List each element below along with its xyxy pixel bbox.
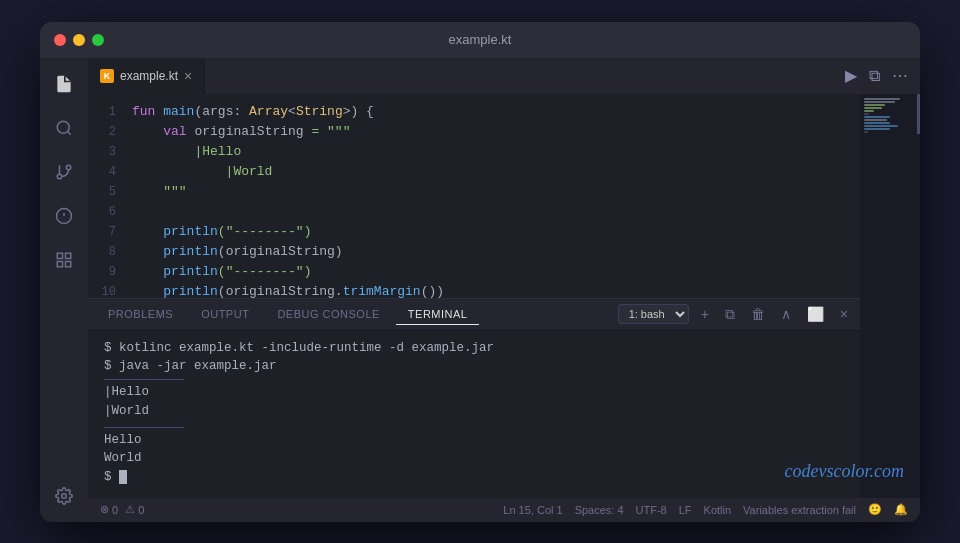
- terminal-line: $ java -jar example.jar: [104, 357, 844, 376]
- settings-icon[interactable]: [46, 478, 82, 514]
- smiley-icon: 🙂: [868, 503, 882, 516]
- line-content: fun main(args: Array<String>) {: [132, 102, 374, 122]
- svg-rect-8: [57, 253, 62, 258]
- traffic-lights: [54, 34, 104, 46]
- watermark: codevscolor.com: [785, 461, 904, 482]
- maximize-button[interactable]: [92, 34, 104, 46]
- tab-bar: K example.kt × ▶ ⧉ ⋯: [88, 58, 920, 94]
- window-title: example.kt: [449, 32, 512, 47]
- error-count[interactable]: ⊗ 0 ⚠ 0: [100, 503, 144, 516]
- close-button[interactable]: [54, 34, 66, 46]
- error-icon: ⊗: [100, 503, 109, 516]
- svg-line-1: [67, 131, 70, 134]
- tab-close-button[interactable]: ×: [184, 69, 192, 83]
- code-line: 1fun main(args: Array<String>) {: [88, 102, 860, 122]
- encoding[interactable]: UTF-8: [636, 504, 667, 516]
- panel-tab-bar: PROBLEMS OUTPUT DEBUG CONSOLE TERMINAL 1…: [88, 299, 860, 331]
- terminal-line: World: [104, 449, 844, 468]
- indentation[interactable]: Spaces: 4: [575, 504, 624, 516]
- line-number: 4: [88, 162, 132, 182]
- svg-rect-11: [57, 261, 62, 266]
- line-number: 3: [88, 142, 132, 162]
- terminal-line: |Hello: [104, 383, 844, 402]
- line-content: |Hello: [132, 142, 241, 162]
- kotlin-file-icon: K: [100, 69, 114, 83]
- split-terminal-button[interactable]: ⧉: [721, 304, 739, 325]
- svg-point-12: [62, 493, 67, 498]
- activity-bar: [40, 58, 88, 522]
- minimap-scrollbar[interactable]: [917, 94, 920, 134]
- code-line: 6: [88, 202, 860, 222]
- split-editor-button[interactable]: ⧉: [869, 67, 880, 85]
- status-message: Variables extraction fail: [743, 504, 856, 516]
- line-number: 6: [88, 202, 132, 222]
- tab-label: example.kt: [120, 69, 178, 83]
- close-panel-button[interactable]: ×: [836, 304, 852, 324]
- code-line: 9 println("--------"): [88, 262, 860, 282]
- line-content: println("--------"): [132, 262, 311, 282]
- status-left: ⊗ 0 ⚠ 0: [100, 503, 144, 516]
- bash-selector[interactable]: 1: bash: [618, 304, 689, 324]
- code-line: 7 println("--------"): [88, 222, 860, 242]
- line-content: println("--------"): [132, 222, 311, 242]
- line-content: |World: [132, 162, 272, 182]
- code-line: 3 |Hello: [88, 142, 860, 162]
- minimap: [860, 94, 920, 498]
- run-debug-icon[interactable]: [46, 198, 82, 234]
- tab-problems[interactable]: PROBLEMS: [96, 304, 185, 324]
- tab-debug-console[interactable]: DEBUG CONSOLE: [265, 304, 391, 324]
- panel: PROBLEMS OUTPUT DEBUG CONSOLE TERMINAL 1…: [88, 298, 860, 498]
- tab-terminal[interactable]: TERMINAL: [396, 304, 480, 325]
- line-content: val originalString = """: [132, 122, 350, 142]
- terminal-line: $ kotlinc example.kt -include-runtime -d…: [104, 339, 844, 358]
- cursor-position[interactable]: Ln 15, Col 1: [503, 504, 562, 516]
- editor-toolbar-right: ▶ ⧉ ⋯: [845, 66, 920, 85]
- vscode-window: example.kt: [40, 22, 920, 522]
- more-actions-button[interactable]: ⋯: [892, 66, 908, 85]
- line-content: """: [132, 182, 187, 202]
- terminal[interactable]: $ kotlinc example.kt -include-runtime -d…: [88, 331, 860, 498]
- terminal-separator-2: [104, 427, 184, 428]
- code-editor[interactable]: 1fun main(args: Array<String>) {2 val or…: [88, 94, 860, 298]
- language-mode[interactable]: Kotlin: [704, 504, 732, 516]
- status-right: Ln 15, Col 1 Spaces: 4 UTF-8 LF Kotlin V…: [503, 503, 908, 516]
- kill-terminal-button[interactable]: 🗑: [747, 304, 769, 324]
- run-button[interactable]: ▶: [845, 66, 857, 85]
- terminal-prompt-line: $: [104, 468, 844, 487]
- svg-rect-10: [66, 261, 71, 266]
- code-line: 8 println(originalString): [88, 242, 860, 262]
- panel-actions: 1: bash + ⧉ 🗑 ∧ ⬜ ×: [618, 304, 852, 325]
- search-icon[interactable]: [46, 110, 82, 146]
- svg-point-3: [66, 165, 71, 170]
- line-ending[interactable]: LF: [679, 504, 692, 516]
- files-icon[interactable]: [46, 66, 82, 102]
- minimap-content: [860, 94, 920, 138]
- svg-point-0: [57, 121, 69, 133]
- status-bar: ⊗ 0 ⚠ 0 Ln 15, Col 1 Spaces: 4 UTF-8 LF …: [88, 498, 920, 522]
- editor-area: 1fun main(args: Array<String>) {2 val or…: [88, 94, 920, 498]
- layout-button[interactable]: ⬜: [803, 304, 828, 324]
- notification-icon: 🔔: [894, 503, 908, 516]
- extensions-icon[interactable]: [46, 242, 82, 278]
- svg-point-4: [57, 174, 62, 179]
- titlebar: example.kt: [40, 22, 920, 58]
- main-content: K example.kt × ▶ ⧉ ⋯ 1fun main(args: Arr…: [88, 58, 920, 522]
- svg-rect-9: [66, 253, 71, 258]
- line-number: 2: [88, 122, 132, 142]
- line-content: println(originalString.trimMargin()): [132, 282, 444, 298]
- terminal-separator: [104, 379, 184, 380]
- new-terminal-button[interactable]: +: [697, 304, 713, 324]
- maximize-panel-button[interactable]: ∧: [777, 304, 795, 324]
- source-control-icon[interactable]: [46, 154, 82, 190]
- tab-output[interactable]: OUTPUT: [189, 304, 261, 324]
- terminal-line: |World: [104, 402, 844, 421]
- warning-icon: ⚠: [125, 503, 135, 516]
- line-number: 5: [88, 182, 132, 202]
- code-line: 4 |World: [88, 162, 860, 182]
- file-tab[interactable]: K example.kt ×: [88, 58, 205, 94]
- minimize-button[interactable]: [73, 34, 85, 46]
- line-number: 1: [88, 102, 132, 122]
- line-number: 7: [88, 222, 132, 242]
- line-number: 8: [88, 242, 132, 262]
- code-line: 2 val originalString = """: [88, 122, 860, 142]
